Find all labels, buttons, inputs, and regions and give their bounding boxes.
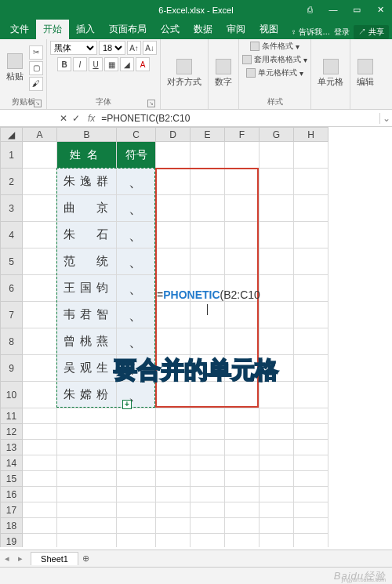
grid[interactable]: ◢ A B C D E F G H 1姓名符号2朱逸群、3曲京、4朱石、5范统、… (0, 127, 328, 547)
cell[interactable] (23, 518, 57, 534)
cell[interactable] (156, 440, 191, 455)
cell[interactable] (260, 142, 294, 169)
cell[interactable] (191, 142, 225, 169)
cell[interactable] (294, 222, 328, 248)
cell[interactable] (191, 502, 225, 518)
conditional-format-button[interactable]: 条件格式 ▾ (250, 41, 299, 52)
row-12[interactable]: 12 (1, 424, 23, 440)
row-9[interactable]: 9 (1, 355, 23, 382)
row-1[interactable]: 1 (1, 142, 23, 169)
cell[interactable] (225, 222, 260, 248)
col-H[interactable]: H (294, 128, 328, 142)
cell[interactable] (294, 195, 328, 222)
cell[interactable] (191, 222, 225, 248)
cell[interactable] (156, 424, 191, 440)
row-18[interactable]: 18 (1, 518, 23, 534)
fill-color-button[interactable]: ◢ (120, 57, 134, 71)
cell[interactable] (260, 455, 294, 471)
cell-style-button[interactable]: 单元格样式 ▾ (246, 67, 303, 78)
cell[interactable] (23, 382, 57, 408)
accept-formula-icon[interactable]: ✓ (72, 113, 80, 124)
cell[interactable] (191, 248, 225, 275)
row-2[interactable]: 2 (1, 169, 23, 195)
cell[interactable] (23, 355, 57, 382)
cell[interactable] (57, 534, 117, 548)
col-A[interactable]: A (23, 128, 57, 142)
ribbon-options-icon[interactable]: ⎙ (298, 5, 321, 15)
cell[interactable] (156, 487, 191, 502)
sheet-nav[interactable]: ◂ ▸ (0, 553, 31, 564)
row-13[interactable]: 13 (1, 440, 23, 455)
cell[interactable] (294, 355, 328, 382)
cell[interactable] (225, 195, 260, 222)
row-6[interactable]: 6 (1, 275, 23, 302)
cell[interactable] (294, 275, 328, 302)
cell[interactable] (117, 534, 156, 548)
cell[interactable] (294, 248, 328, 275)
tab-view[interactable]: 视图 (252, 20, 285, 39)
cell[interactable]: 韦君智 (57, 302, 117, 328)
cell[interactable] (225, 471, 260, 487)
col-C[interactable]: C (117, 128, 156, 142)
cell[interactable] (294, 518, 328, 534)
font-color-button[interactable]: A (136, 57, 150, 71)
tab-formula[interactable]: 公式 (154, 20, 187, 39)
cell[interactable]: 、 (117, 275, 156, 302)
cell[interactable] (225, 355, 260, 382)
cell[interactable] (294, 440, 328, 455)
cell[interactable] (294, 455, 328, 471)
cell[interactable] (23, 142, 57, 169)
table-format-button[interactable]: 套用表格格式 ▾ (242, 54, 307, 65)
number-button[interactable]: 数字 (212, 57, 235, 89)
alignment-button[interactable]: 对齐方式 (164, 57, 205, 89)
cell[interactable] (156, 248, 191, 275)
shrink-font-icon[interactable]: A↓ (143, 41, 157, 55)
cell[interactable]: 吴观生 (57, 355, 117, 382)
tab-insert[interactable]: 插入 (69, 20, 102, 39)
font-name-select[interactable]: 黑体 (50, 41, 97, 55)
row-10[interactable]: 10 (1, 382, 23, 408)
border-button[interactable]: ▦ (104, 57, 118, 71)
cell[interactable] (294, 471, 328, 487)
cell[interactable] (23, 534, 57, 548)
new-sheet-button[interactable]: ⊕ (78, 553, 94, 564)
cell[interactable] (23, 502, 57, 518)
cell[interactable] (156, 518, 191, 534)
fx-icon[interactable]: fx (85, 113, 98, 124)
cell[interactable] (225, 328, 260, 355)
cell[interactable]: 符号 (117, 142, 156, 169)
underline-button[interactable]: U (89, 57, 103, 71)
cell[interactable] (156, 534, 191, 548)
cell[interactable]: 、 (117, 328, 156, 355)
cell[interactable] (57, 471, 117, 487)
cell[interactable] (156, 222, 191, 248)
cell[interactable] (191, 440, 225, 455)
cell[interactable] (260, 328, 294, 355)
cell[interactable] (156, 471, 191, 487)
worksheet-area[interactable]: ◢ A B C D E F G H 1姓名符号2朱逸群、3曲京、4朱石、5范统、… (0, 127, 392, 547)
cell[interactable] (260, 471, 294, 487)
format-painter-icon[interactable]: 🖌 (29, 77, 43, 91)
cancel-formula-icon[interactable]: ✕ (60, 113, 67, 124)
cells-button[interactable]: 单元格 (314, 57, 347, 89)
cell[interactable] (23, 440, 57, 455)
cell[interactable] (23, 222, 57, 248)
italic-button[interactable]: I (73, 57, 87, 71)
cell[interactable] (294, 302, 328, 328)
cell[interactable] (191, 195, 225, 222)
cell[interactable]: 、 (117, 302, 156, 328)
row-4[interactable]: 4 (1, 222, 23, 248)
row-8[interactable]: 8 (1, 328, 23, 355)
cell[interactable] (225, 424, 260, 440)
cell[interactable] (191, 455, 225, 471)
cell[interactable] (23, 275, 57, 302)
cell[interactable] (57, 487, 117, 502)
cell[interactable] (156, 382, 191, 408)
cell[interactable] (156, 502, 191, 518)
cell[interactable] (23, 471, 57, 487)
cell[interactable] (225, 455, 260, 471)
cell[interactable] (260, 169, 294, 195)
cell[interactable]: 朱逸群 (57, 169, 117, 195)
cell[interactable] (260, 518, 294, 534)
paste-button[interactable]: 粘贴 (3, 52, 27, 84)
